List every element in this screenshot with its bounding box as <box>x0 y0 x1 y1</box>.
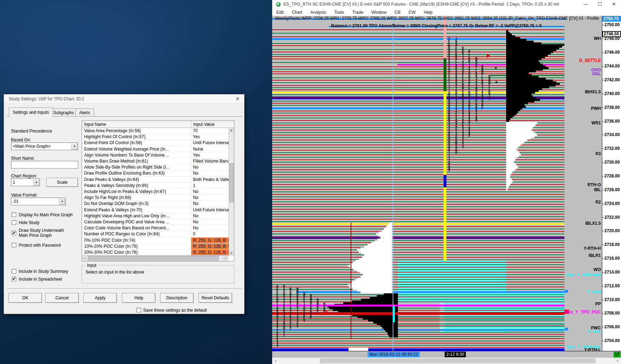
tpo-letter-column: M M N N L L K K J J I I H H G G F F E E … <box>475 58 477 122</box>
tab-alerts[interactable]: Alerts <box>75 108 94 116</box>
checkbox-protect-with-password[interactable] <box>12 243 16 247</box>
table-row[interactable]: Extend Volume Weighted Average Price (In… <box>82 146 229 152</box>
close-button[interactable]: ✕ <box>607 0 621 8</box>
minimize-button[interactable]: — <box>579 0 593 8</box>
help-button[interactable]: Help <box>122 293 156 303</box>
table-row[interactable]: Number of POC Ranges to Color (In:84)0 <box>82 231 229 237</box>
table-row[interactable]: Align To Far Right (In:68)No <box>82 195 229 201</box>
scrollbar-thumb[interactable] <box>320 358 596 363</box>
short-name-input[interactable] <box>11 161 78 169</box>
input-name-cell: 0%-10% POC Color (In:74) <box>82 237 191 243</box>
menu-item-chart[interactable]: Chart <box>292 10 302 15</box>
value-format-select[interactable]: .01 ▼ <box>11 198 66 205</box>
table-row[interactable]: Extend Point Of Control (In:58)Until Fut… <box>82 140 229 146</box>
chart-hline <box>272 297 564 297</box>
chevron-down-icon[interactable]: ▼ <box>33 179 39 186</box>
scroll-right-icon[interactable]: › <box>223 256 228 261</box>
menu-item-tools[interactable]: Tools <box>334 10 344 15</box>
scrollbar-thumb[interactable] <box>229 163 234 202</box>
chart-region-select[interactable]: 1 ▼ <box>11 178 40 186</box>
chart-hline <box>272 341 564 341</box>
column-header-input-value[interactable]: Input Value <box>191 121 229 128</box>
table-row[interactable]: 0%-10% POC Color (In:74)R: 255, G: 128, … <box>82 237 229 243</box>
input-name-cell: Allow Side-By-Side Profiles on Right Sid… <box>82 164 191 170</box>
balance-status-text: Balance = 2701.00 TPO Above/Below = 309/… <box>331 23 541 28</box>
scroll-down-icon[interactable]: ▼ <box>229 251 234 256</box>
menu-item-cw[interactable]: CW <box>409 10 416 15</box>
scroll-right-icon[interactable]: › <box>615 358 620 364</box>
checkbox-include-in-study-summary[interactable] <box>12 269 16 274</box>
arrow-marker-icon <box>487 54 490 58</box>
table-row[interactable]: Draw Peaks & Valleys (In:64)Both Peaks &… <box>82 177 229 183</box>
dialog-titlebar[interactable]: Study Settings: VbP for TPO Chart. ID:2 … <box>4 94 244 104</box>
table-row[interactable]: Extend Peaks & Valleys (In:70)Until Futu… <box>82 207 229 213</box>
menu-item-window[interactable]: Window <box>371 10 387 15</box>
checkbox-display-as-main-price-graph[interactable] <box>12 212 16 217</box>
description-button[interactable]: Description <box>160 293 194 303</box>
scroll-up-icon[interactable]: ▲ <box>229 128 234 133</box>
chart-plot-area[interactable]: WeeklyPivots WPP: 2708.25 WR1: 2735.75 W… <box>272 16 602 351</box>
chevron-down-icon[interactable]: ▼ <box>59 198 65 205</box>
menu-item-trade[interactable]: Trade <box>352 10 363 15</box>
table-row[interactable]: Volume Bars Draw Method (In:61)Filled Vo… <box>82 158 229 164</box>
table-row[interactable]: Highlight Point Of Control (In:57)Yes <box>82 134 229 140</box>
table-row[interactable]: 10%-20% POC Color (In:75)R: 255, G: 128,… <box>82 243 229 249</box>
chart-hline <box>272 289 564 290</box>
chart-hline <box>272 226 564 227</box>
chart-titlebar[interactable]: ES_TPO_RTH SC ESH9-CME [CV] #3 | E-mini … <box>272 0 621 8</box>
table-vertical-scrollbar[interactable]: ▲ ▼ <box>229 128 234 256</box>
ok-button[interactable]: OK <box>8 293 42 303</box>
column-header-input-name[interactable]: Input Name <box>82 121 191 128</box>
scroll-left-icon[interactable]: ‹ <box>273 358 279 364</box>
table-row[interactable]: Peaks & Valleys Sensitivity (In:65)1 <box>82 183 229 189</box>
chart-hline <box>272 338 564 339</box>
save-default-checkbox[interactable] <box>136 308 141 312</box>
maximize-button[interactable]: ☐ <box>593 0 607 8</box>
dialog-close-icon[interactable]: ✕ <box>234 96 241 102</box>
checkbox-label: Draw Study Underneath Main Price Graph <box>19 228 64 238</box>
chart-vline <box>444 58 446 91</box>
input-name-cell: Extend Peaks & Valleys (In:70) <box>82 207 191 213</box>
tab-settings-and-inputs[interactable]: Settings and Inputs <box>9 107 53 117</box>
table-row[interactable]: Calculate Developing POC and Value Area … <box>82 219 229 225</box>
table-row[interactable]: Value Area Percentage (In:56)70 <box>82 128 229 134</box>
table-row[interactable]: Draw Profile Outline Enclosing Bars (In:… <box>82 170 229 176</box>
checkbox-hide-study[interactable] <box>12 220 16 225</box>
chart-hline <box>272 219 564 219</box>
table-row[interactable]: Highlight Value Area High and Low Only (… <box>82 213 229 219</box>
chart-horizontal-scrollbar[interactable]: ‹ › <box>272 358 621 364</box>
menu-item-analysis[interactable]: Analysis <box>310 10 326 15</box>
input-name-cell: Include High/Low in Peaks & Valleys (In:… <box>82 189 191 194</box>
apply-button[interactable]: Apply <box>83 293 117 303</box>
price-axis[interactable]: 2750.75 2748.50 2750.002748.002746.00274… <box>602 16 621 351</box>
time-axis[interactable]: Mon 2019-02-11 09:30:23 2-12 9:30 17 <box>272 351 621 358</box>
scroll-left-icon[interactable]: ‹ <box>82 256 88 261</box>
input-value-cell: R: 255, G: 128, B: 64 <box>191 249 229 255</box>
tpo-letter-column: K K K J J I I H H G G F F E E D D C C B … <box>462 47 464 148</box>
scrollbar-thumb[interactable] <box>88 256 219 260</box>
chart-hline <box>272 332 564 333</box>
table-row[interactable]: 20%-30% POC Color (In:76)R: 255, G: 128,… <box>82 249 229 256</box>
chevron-down-icon[interactable]: ▼ <box>71 143 77 149</box>
scale-button[interactable]: Scale <box>46 178 78 187</box>
table-horizontal-scrollbar[interactable]: ‹ › <box>82 255 229 261</box>
checkbox-draw-study-underneath-main-price-graph[interactable]: ✔ <box>12 231 16 235</box>
table-row[interactable]: Do Not Overlap DOM Graph (In:3)No <box>82 201 229 207</box>
menu-item-edit[interactable]: Edit <box>276 10 284 15</box>
table-row[interactable]: Color Code Volume Bars Based on Percent.… <box>82 225 229 231</box>
cancel-button[interactable]: Cancel <box>45 293 79 303</box>
table-row[interactable]: Align Volume Numbers To Base Of Volume .… <box>82 152 229 158</box>
based-on-select[interactable]: <Main Price Graph> ▼ <box>11 142 78 150</box>
chart-hline <box>272 237 564 238</box>
reset-defaults-button[interactable]: Reset Defaults <box>199 293 232 303</box>
chart-hline <box>272 249 564 250</box>
tab-subgraphs[interactable]: Subgraphs <box>49 108 78 116</box>
chart-hline <box>272 316 564 317</box>
menu-item-help[interactable]: Help <box>424 10 433 15</box>
tpo-letter-column: J H G F F E E D D C C B B A A 9 9 8 8 7 … <box>455 38 457 154</box>
table-row[interactable]: Include High/Low in Peaks & Valleys (In:… <box>82 189 229 195</box>
chart-hline <box>272 254 564 255</box>
menu-item-cb[interactable]: CB <box>394 10 400 15</box>
checkbox-include-in-spreadsheet[interactable]: ✔ <box>12 277 16 281</box>
table-row[interactable]: Allow Side-By-Side Profiles on Right Sid… <box>82 164 229 170</box>
